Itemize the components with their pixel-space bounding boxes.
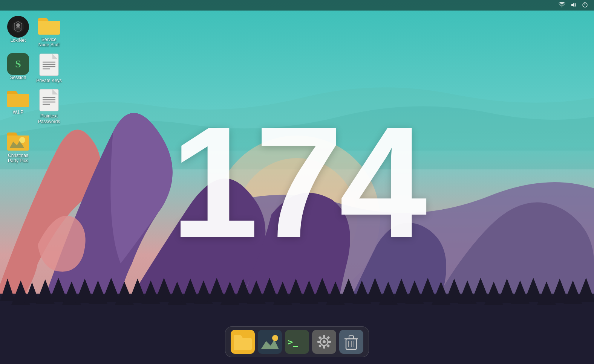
dock-item-terminal[interactable]: >_ (285, 330, 309, 354)
desktop-icon-session[interactable]: S Session (4, 52, 32, 85)
wip-label: W.I.P (13, 110, 24, 115)
session-label: Session (10, 75, 26, 80)
topbar (0, 0, 594, 11)
lokinet-icon-image (7, 16, 29, 38)
wip-icon-image (6, 88, 30, 110)
desktop-icon-lokinet[interactable]: LokiNet (4, 14, 32, 49)
dock-item-settings[interactable] (312, 330, 336, 354)
svg-point-8 (16, 23, 20, 27)
service-node-label: Service Node Stuff (36, 37, 62, 48)
wifi-icon (559, 2, 565, 9)
svg-rect-10 (15, 29, 21, 29)
icon-row-1: LokiNet Service Node Stuff (4, 14, 63, 49)
svg-rect-35 (328, 341, 331, 343)
svg-rect-25 (258, 330, 282, 354)
plaintext-icon-image (39, 88, 59, 113)
svg-point-26 (272, 335, 278, 341)
desktop-icon-plaintext[interactable]: Plaintext Passwords (35, 87, 63, 126)
lokinet-label: LokiNet (11, 38, 26, 43)
desktop-icon-private-keys[interactable]: Private Keys (35, 52, 63, 85)
volume-icon (571, 2, 577, 9)
desktop-icons: LokiNet Service Node Stuff S Session (4, 14, 63, 165)
dock: >_ (225, 326, 369, 357)
svg-point-23 (19, 137, 25, 143)
private-keys-label: Private Keys (36, 78, 61, 83)
svg-rect-9 (16, 27, 20, 28)
session-icon-image: S (7, 53, 29, 75)
icon-row-4: Christmas Party Pics (4, 128, 63, 165)
christmas-label: Christmas Party Pics (5, 153, 31, 164)
desktop-icon-service-node[interactable]: Service Node Stuff (35, 14, 63, 49)
svg-point-31 (323, 340, 326, 343)
plaintext-label: Plaintext Passwords (36, 113, 62, 124)
dock-item-files[interactable] (231, 330, 255, 354)
desktop-icon-wip[interactable]: W.I.P (4, 87, 32, 126)
dock-item-gallery[interactable] (258, 330, 282, 354)
svg-rect-32 (323, 335, 325, 338)
svg-rect-34 (317, 341, 320, 343)
power-icon[interactable] (582, 2, 588, 9)
icon-row-2: S Session Private Keys (4, 52, 63, 85)
christmas-icon-image (6, 129, 30, 153)
svg-rect-33 (323, 346, 325, 349)
svg-text:>_: >_ (288, 337, 298, 347)
service-node-icon-image (37, 16, 61, 37)
dock-item-trash[interactable] (339, 330, 363, 354)
icon-row-3: W.I.P Plaintext Passwords (4, 87, 63, 126)
desktop-icon-christmas[interactable]: Christmas Party Pics (4, 128, 32, 165)
private-keys-icon-image (39, 53, 59, 78)
